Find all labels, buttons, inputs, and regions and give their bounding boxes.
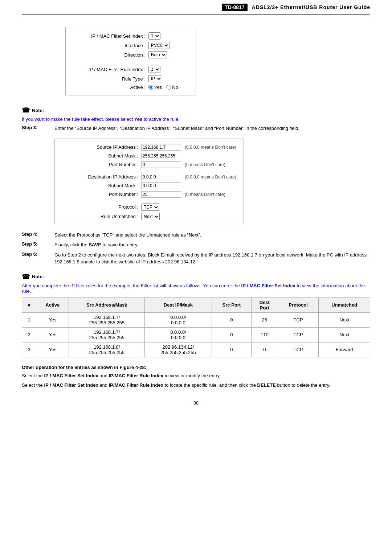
row2-src: 192.168.1.7/255.255.255.255 — [69, 327, 145, 342]
row2-src-port: 0 — [212, 327, 251, 342]
col-unmatched: Unmatched — [319, 297, 370, 312]
row1-src: 192.168.1.7/255.255.255.255 — [69, 312, 145, 327]
protocol-row: Protocol : TCP — [62, 204, 236, 211]
src-port-input[interactable] — [141, 161, 181, 168]
step4-label: Step 4: — [22, 231, 54, 237]
dst-ip-label: Destination IP Address : — [62, 174, 138, 180]
dst-ip-row: Destination IP Address : (0.0.0.0 means … — [62, 174, 236, 180]
row1-src-port: 0 — [212, 312, 251, 327]
rule-type-label: Rule Type : — [73, 76, 146, 82]
field-form-container: Source IP Address : (0.0.0.0 means Don't… — [54, 135, 370, 228]
dst-ip-input[interactable] — [141, 174, 181, 180]
row1-protocol: TCP — [278, 312, 319, 327]
row1-active: Yes — [36, 312, 69, 327]
col-protocol: Protocol — [278, 297, 319, 312]
note-icon-1: ☎ — [22, 106, 30, 114]
table-row: 1 Yes 192.168.1.7/255.255.255.255 0.0.0.… — [22, 312, 370, 327]
filter-rule-index-label: IP / MAC Filter Rule Index : — [73, 67, 146, 72]
model-badge: TD-8817 — [222, 4, 247, 11]
dst-port-row: Port Number : (0 means Don't care) — [62, 191, 236, 198]
row3-num: 3 — [22, 342, 36, 357]
row3-active: Yes — [36, 342, 69, 357]
rule-unmatched-select[interactable]: Next — [141, 213, 160, 220]
active-no-label[interactable]: No — [166, 85, 178, 90]
other-ops-para2: Select the IP / MAC Filter Set Index and… — [22, 382, 370, 389]
src-subnet-input[interactable] — [141, 153, 181, 159]
row3-protocol: TCP — [278, 342, 319, 357]
col-src-port: Src Port — [212, 297, 251, 312]
src-ip-row: Source IP Address : (0.0.0.0 means Don't… — [62, 144, 236, 151]
rule-unmatched-label: Rule Unmatched : — [62, 214, 138, 219]
src-ip-label: Source IP Address : — [62, 144, 138, 150]
row2-active: Yes — [36, 327, 69, 342]
row3-src: 192.168.1.8/255.255.255.255 — [69, 342, 145, 357]
step5-label: Step 5: — [22, 241, 54, 247]
filter-rule-index-row: IP / MAC Filter Rule Index : 1 — [73, 66, 188, 73]
page-header: TD-8817 ADSL2/2+ Ethernet/USB Router Use… — [22, 0, 370, 15]
dst-subnet-row: Subnet Mask : — [62, 182, 236, 189]
row3-unmatched: Forward — [319, 342, 370, 357]
direction-select[interactable]: Both — [148, 51, 167, 58]
filter-set-index-label: IP / MAC Filter Set Index : — [73, 33, 146, 39]
row1-num: 1 — [22, 312, 36, 327]
filter-table: # Active Src Address/Mask Dest IP/Mask S… — [22, 297, 370, 357]
page-number: 38 — [22, 400, 370, 406]
active-yes-label[interactable]: Yes — [148, 85, 162, 90]
col-active: Active — [36, 297, 69, 312]
step6-content: Go to Step 2 to configure the next two r… — [54, 251, 370, 266]
src-subnet-row: Subnet Mask : — [62, 153, 236, 159]
dst-ip-note: (0.0.0.0 means Don't care) — [185, 175, 236, 180]
step5-content: Finally, click the SAVE to save the entr… — [54, 241, 370, 249]
active-radio-group: Yes No — [148, 85, 178, 90]
note-header-1: ☎ Note: — [22, 106, 370, 114]
col-src: Src Address/Mask — [69, 297, 145, 312]
step3-content: Enter the “Source IP Address”, “Destinat… — [54, 125, 370, 132]
col-num: # — [22, 297, 36, 312]
note-label-1: Note: — [32, 108, 44, 113]
rule-unmatched-row: Rule Unmatched : Next — [62, 213, 236, 220]
dst-subnet-input[interactable] — [141, 182, 181, 189]
row3-dest-port: 0 — [251, 342, 278, 357]
direction-label: Direction : — [73, 52, 146, 58]
note-section-1: ☎ Note: If you want to make the rule tak… — [22, 106, 370, 122]
dst-port-input[interactable] — [141, 191, 181, 198]
row3-dest: 202.96.134.12/255.255.255.255 — [145, 342, 212, 357]
guide-title: ADSL2/2+ Ethernet/USB Router User Guide — [252, 4, 370, 10]
step6-item: Step 6: Go to Step 2 to configure the ne… — [22, 251, 370, 266]
other-ops-para1: Select the IP / MAC Filter Set Index and… — [22, 372, 370, 380]
other-ops-section: Other operation for the entries as shown… — [22, 365, 370, 390]
note-label-2: Note: — [32, 274, 44, 279]
field-form-box: Source IP Address : (0.0.0.0 means Don't… — [54, 139, 244, 224]
interface-label: Interface : — [73, 43, 146, 48]
note2-text: After you complete the IP filter rules f… — [22, 283, 370, 294]
row1-dest-port: 25 — [251, 312, 278, 327]
interface-select[interactable]: PVC0 — [148, 42, 170, 49]
note-icon-2: ☎ — [22, 273, 30, 281]
protocol-select[interactable]: TCP — [141, 204, 159, 211]
src-port-row: Port Number : (0 means Don't care) — [62, 161, 236, 168]
row3-src-port: 0 — [212, 342, 251, 357]
filter-set-index-select[interactable]: 1 — [148, 32, 160, 40]
row2-unmatched: Next — [319, 327, 370, 342]
direction-row: Direction : Both — [73, 51, 188, 58]
active-yes-radio[interactable] — [148, 85, 153, 90]
col-dest-port: DestPort — [251, 297, 278, 312]
other-ops-title: Other operation for the entries as shown… — [22, 365, 370, 370]
note-section-2: ☎ Note: After you complete the IP filter… — [22, 273, 370, 294]
step3-item: Step 3: Enter the “Source IP Address”, “… — [22, 125, 370, 132]
active-label: Active : — [73, 85, 146, 90]
step4-item: Step 4: Select the Protocol as “TCP” and… — [22, 231, 370, 239]
row2-dest: 0.0.0.0/0.0.0.0 — [145, 327, 212, 342]
rule-type-select[interactable]: IP — [148, 75, 162, 82]
note-header-2: ☎ Note: — [22, 273, 370, 281]
row1-dest: 0.0.0.0/0.0.0.0 — [145, 312, 212, 327]
interface-row: Interface : PVC0 — [73, 42, 188, 49]
active-no-radio[interactable] — [166, 85, 171, 90]
step6-label: Step 6: — [22, 251, 54, 257]
dst-port-note: (0 means Don't care) — [185, 192, 225, 197]
table-row: 3 Yes 192.168.1.8/255.255.255.255 202.96… — [22, 342, 370, 357]
src-subnet-label: Subnet Mask : — [62, 153, 138, 159]
filter-rule-index-select[interactable]: 1 — [148, 66, 160, 73]
rule-type-row: Rule Type : IP — [73, 75, 188, 82]
src-ip-input[interactable] — [141, 144, 181, 151]
